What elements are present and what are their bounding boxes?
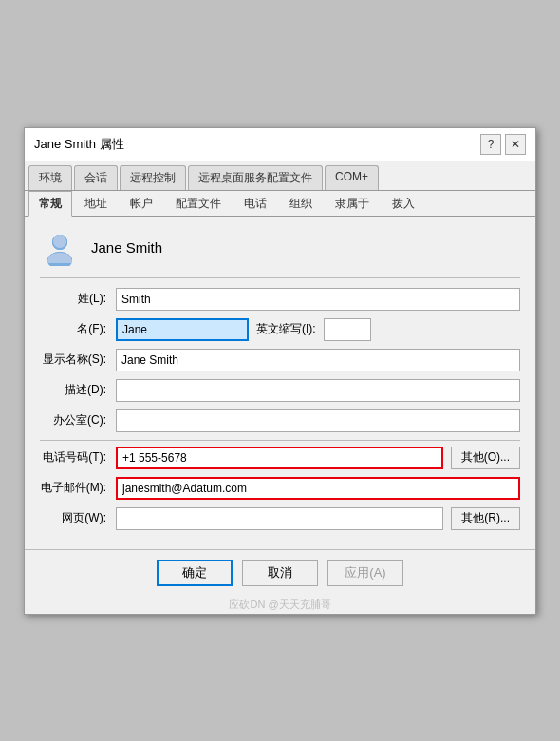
initials-label: 英文缩写(I): xyxy=(256,321,316,337)
apply-button[interactable]: 应用(A) xyxy=(327,560,403,586)
displayname-input[interactable] xyxy=(116,349,520,371)
tab-env[interactable]: 环境 xyxy=(28,165,72,190)
dialog-footer: 确定 取消 应用(A) xyxy=(25,549,535,596)
displayname-label: 显示名称(S): xyxy=(40,352,116,368)
tab-phone[interactable]: 电话 xyxy=(233,191,277,216)
dialog-title: Jane Smith 属性 xyxy=(34,136,124,153)
tab-org[interactable]: 组织 xyxy=(279,191,323,216)
lastname-label: 姓(L): xyxy=(40,291,116,307)
lastname-row: 姓(L): xyxy=(40,288,520,311)
office-row: 办公室(C): xyxy=(40,409,520,432)
phone-other-button[interactable]: 其他(O)... xyxy=(451,446,520,469)
tab-address[interactable]: 地址 xyxy=(74,191,118,216)
tab-account[interactable]: 帐户 xyxy=(120,191,163,216)
tab-general[interactable]: 常规 xyxy=(28,191,72,217)
phone-row: 电话号码(T): 其他(O)... xyxy=(40,446,520,469)
webpage-group: 其他(R)... xyxy=(116,507,520,530)
phone-input[interactable] xyxy=(116,446,443,469)
title-bar: Jane Smith 属性 ? ✕ xyxy=(25,128,535,162)
description-input[interactable] xyxy=(116,379,520,402)
email-label: 电子邮件(M): xyxy=(40,480,116,496)
tab-row-2: 常规 地址 帐户 配置文件 电话 组织 隶属于 拨入 xyxy=(25,191,535,217)
firstname-row: 名(F): 英文缩写(I): xyxy=(40,318,520,341)
dialog: Jane Smith 属性 ? ✕ 环境 会话 远程控制 远程桌面服务配置文件 … xyxy=(24,127,536,615)
user-header: Jane Smith xyxy=(40,228,520,278)
tab-member-of[interactable]: 隶属于 xyxy=(325,191,380,216)
title-bar-buttons: ? ✕ xyxy=(480,134,526,155)
webpage-row: 网页(W): 其他(R)... xyxy=(40,507,520,530)
tab-dial-in[interactable]: 拨入 xyxy=(382,191,425,216)
office-input[interactable] xyxy=(116,409,520,432)
displayname-row: 显示名称(S): xyxy=(40,349,520,371)
email-input[interactable] xyxy=(116,477,520,500)
cancel-button[interactable]: 取消 xyxy=(242,560,318,586)
avatar xyxy=(40,228,80,268)
svg-point-4 xyxy=(53,235,66,248)
webpage-label: 网页(W): xyxy=(40,510,116,526)
tab-rdp-profile[interactable]: 远程桌面服务配置文件 xyxy=(188,165,323,190)
office-label: 办公室(C): xyxy=(40,412,116,428)
user-display-name: Jane Smith xyxy=(91,239,162,256)
tab-com[interactable]: COM+ xyxy=(325,165,379,190)
email-row: 电子邮件(M): xyxy=(40,477,520,500)
lastname-input[interactable] xyxy=(116,288,520,311)
web-other-button[interactable]: 其他(R)... xyxy=(451,507,520,530)
watermark: 应砍DN @天天充脯哥 xyxy=(25,596,535,614)
firstname-input[interactable] xyxy=(116,318,249,341)
tab-profile[interactable]: 配置文件 xyxy=(165,191,232,216)
tab-remote-control[interactable]: 远程控制 xyxy=(120,165,186,190)
phone-group: 其他(O)... xyxy=(116,446,520,469)
webpage-input[interactable] xyxy=(116,507,443,530)
initials-input[interactable] xyxy=(324,318,371,341)
description-label: 描述(D): xyxy=(40,382,116,398)
tab-row-1: 环境 会话 远程控制 远程桌面服务配置文件 COM+ xyxy=(25,162,535,191)
divider-1 xyxy=(40,440,520,441)
phone-label: 电话号码(T): xyxy=(40,449,116,466)
firstname-label: 名(F): xyxy=(40,321,116,337)
firstname-group: 英文缩写(I): xyxy=(116,318,520,341)
help-button[interactable]: ? xyxy=(480,134,501,155)
content-area: Jane Smith 姓(L): 名(F): 英文缩写(I): 显示名称(S):… xyxy=(25,217,535,549)
ok-button[interactable]: 确定 xyxy=(157,560,233,586)
close-button[interactable]: ✕ xyxy=(505,134,526,155)
description-row: 描述(D): xyxy=(40,379,520,402)
tab-session[interactable]: 会话 xyxy=(74,165,118,190)
